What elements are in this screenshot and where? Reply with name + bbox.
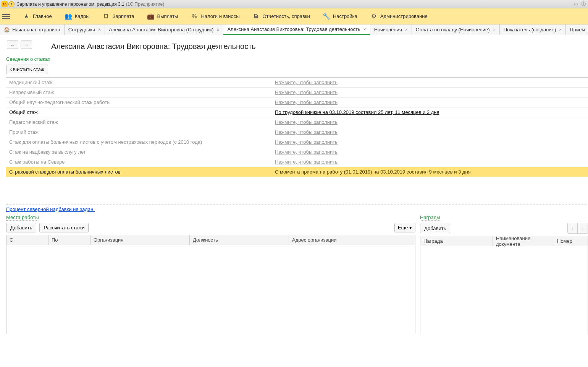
tab-strip: 🏠Начальная страница Сотрудники× Алексина… [0, 24, 588, 35]
awards-grid[interactable]: Награда Наименование документа Номер [420, 236, 588, 335]
col-position[interactable]: Должность [190, 235, 289, 245]
tab-nachisleniya[interactable]: Начисления× [370, 24, 412, 35]
stazh-row-value: Нажмите, чтобы заполнить [273, 80, 588, 85]
tab-trudovaya[interactable]: Алексина Анастасия Викторовна: Трудовая … [223, 24, 370, 35]
stazh-row[interactable]: Медицинский стажНажмите, чтобы заполнить [6, 78, 588, 88]
stazh-row[interactable]: Педагогический стажНажмите, чтобы заполн… [6, 117, 588, 127]
window-info-icon[interactable]: ⓘ [580, 1, 586, 7]
stazh-value-link[interactable]: Нажмите, чтобы заполнить [275, 129, 338, 135]
stazh-row-label: Прочий стаж [6, 129, 273, 135]
tab-sotrudniki[interactable]: Сотрудники× [65, 24, 105, 35]
stazh-row-value: С момента приема на работу (01.01.2019) … [273, 169, 588, 175]
move-down-button[interactable]: ↓ [578, 223, 588, 233]
doc-icon: 🗎 [253, 13, 260, 20]
stazh-row[interactable]: Стаж для оплаты больничных листов с учет… [6, 137, 588, 147]
titlebar: 1c ▼ Зарплата и управление персоналом, р… [0, 0, 588, 8]
window-restore-icon[interactable]: ▭ [573, 1, 579, 7]
stazh-value-link[interactable]: Нажмите, чтобы заполнить [275, 99, 338, 105]
close-icon[interactable]: × [559, 27, 562, 32]
stazh-row-label: Стаж для оплаты больничных листов с учет… [6, 139, 273, 145]
workplaces-grid[interactable]: С По Организация Должность Адрес организ… [6, 235, 415, 334]
north-bonus-link[interactable]: Процент северной надбавки не задан. [6, 206, 95, 212]
col-org[interactable]: Организация [90, 235, 190, 245]
wallet-icon: 💼 [147, 13, 154, 20]
stazh-row-value: Нажмите, чтобы заполнить [273, 89, 588, 95]
nav-otchet[interactable]: 🗎Отчетность, справки [250, 11, 312, 21]
stazh-value-link[interactable]: С момента приема на работу (01.01.2019) … [275, 169, 471, 175]
nav-admin[interactable]: ⚙Администрирование [368, 11, 430, 21]
add-award-button[interactable]: Добавить [420, 224, 450, 233]
tab-home[interactable]: 🏠Начальная страница [0, 24, 65, 35]
stazh-row-label: Общий стаж [6, 109, 273, 115]
stazh-row[interactable]: Стаж на надбавку за выслугу летНажмите, … [6, 147, 588, 157]
stazh-value-link[interactable]: Нажмите, чтобы заполнить [275, 89, 338, 95]
percent-icon: % [191, 13, 198, 20]
col-from[interactable]: С [6, 235, 48, 245]
burger-icon[interactable] [2, 14, 10, 19]
nav-zarplata[interactable]: 🗓Зарплата [100, 11, 137, 21]
content: Алексина Анастасия Викторовна: Трудовая … [0, 35, 588, 335]
stazh-row[interactable]: Прочий стажНажмите, чтобы заполнить [6, 127, 588, 137]
stazh-row-label: Общий научно-педагогический стаж работы [6, 99, 273, 105]
app-title: Зарплата и управление персоналом, редакц… [17, 2, 124, 7]
stazh-row-value: По трудовой книжке на 03.10.2019 состави… [273, 109, 588, 115]
close-icon[interactable]: × [405, 27, 408, 32]
stazh-value-link[interactable]: Нажмите, чтобы заполнить [275, 159, 338, 165]
grid-body[interactable] [6, 245, 415, 334]
stazh-row-value: Нажмите, чтобы заполнить [273, 129, 588, 135]
nav-kadry[interactable]: 👥Кадры [63, 11, 92, 21]
col-address[interactable]: Адрес организации [289, 235, 415, 245]
stazh-value-link[interactable]: Нажмите, чтобы заполнить [275, 139, 338, 145]
clear-stazh-button[interactable]: Очистить стаж [6, 65, 48, 74]
close-icon[interactable]: × [493, 27, 496, 32]
stazh-row[interactable]: Непрерывный стажНажмите, чтобы заполнить [6, 88, 588, 97]
page-title: Алексина Анастасия Викторовна: Трудовая … [51, 42, 588, 51]
home-icon: 🏠 [4, 27, 10, 32]
platform-label: (1С:Предприятие) [126, 2, 165, 7]
back-button[interactable]: ← [7, 41, 18, 49]
stazh-row-label: Страховой стаж для оплаты больничных лис… [6, 169, 273, 175]
grid-body[interactable] [420, 246, 588, 335]
main-nav: ★Главное 👥Кадры 🗓Зарплата 💼Выплаты %Нало… [0, 8, 588, 24]
stazh-row-label: Медицинский стаж [6, 80, 273, 85]
lower-panels: Места работы Добавить Рассчитать стажи Е… [6, 214, 588, 335]
tab-pokazatel[interactable]: Показатель (создание)× [500, 24, 566, 35]
close-icon[interactable]: × [216, 27, 219, 32]
chevron-down-icon: ▾ [409, 225, 412, 231]
col-docname[interactable]: Наименование документа [493, 236, 554, 246]
stazh-row[interactable]: Общий стажПо трудовой книжке на 03.10.20… [6, 107, 588, 117]
stazh-value-link[interactable]: Нажмите, чтобы заполнить [275, 119, 338, 125]
stazh-row[interactable]: Стаж работы на СевереНажмите, чтобы запо… [6, 157, 588, 167]
nav-nastroyka[interactable]: 🔧Настройка [321, 11, 360, 21]
stazh-row[interactable]: Общий научно-педагогический стаж работыН… [6, 97, 588, 107]
workplaces-panel: Места работы Добавить Рассчитать стажи Е… [6, 214, 415, 335]
col-award[interactable]: Награда [420, 236, 493, 246]
section-workplaces-label: Места работы [6, 214, 39, 221]
stazh-value-link[interactable]: По трудовой книжке на 03.10.2019 состави… [275, 109, 439, 115]
nav-main[interactable]: ★Главное [21, 11, 54, 21]
forward-button[interactable]: → [21, 41, 32, 49]
move-up-button[interactable]: ↑ [568, 223, 578, 233]
stazh-row[interactable]: Страховой стаж для оплаты больничных лис… [6, 167, 588, 177]
tab-priem[interactable]: Прием на [566, 24, 588, 35]
add-workplace-button[interactable]: Добавить [6, 223, 36, 232]
close-icon[interactable]: × [98, 27, 101, 32]
stazh-value-link[interactable]: Нажмите, чтобы заполнить [275, 149, 338, 155]
nav-nalogi[interactable]: %Налоги и взносы [189, 11, 242, 21]
grid-header: С По Организация Должность Адрес организ… [6, 235, 415, 245]
app-menu-dropdown[interactable]: ▼ [8, 1, 15, 7]
more-button[interactable]: Еще ▾ [394, 223, 415, 232]
stazh-row-label: Стаж на надбавку за выслугу лет [6, 149, 273, 155]
close-icon[interactable]: × [363, 27, 366, 32]
people-icon: 👥 [65, 13, 72, 20]
stazh-row-label: Педагогический стаж [6, 119, 273, 125]
col-to[interactable]: По [48, 235, 90, 245]
divider [6, 205, 588, 205]
app-logo-icon: 1c [2, 1, 8, 7]
nav-vyplaty[interactable]: 💼Выплаты [145, 11, 181, 21]
tab-employee[interactable]: Алексина Анастасия Викторовна (Сотрудник… [105, 24, 223, 35]
calc-stazh-button[interactable]: Рассчитать стажи [39, 223, 89, 232]
col-number[interactable]: Номер [554, 236, 588, 246]
tab-oplata[interactable]: Оплата по окладу (Начисление)× [412, 24, 500, 35]
stazh-value-link[interactable]: Нажмите, чтобы заполнить [275, 80, 338, 85]
